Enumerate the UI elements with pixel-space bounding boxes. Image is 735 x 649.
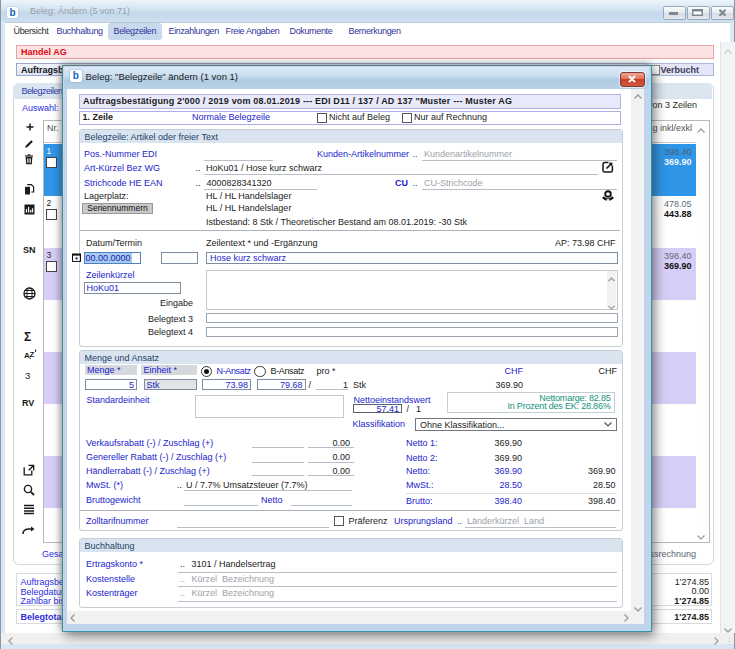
svg-text:Z: Z bbox=[30, 350, 35, 359]
